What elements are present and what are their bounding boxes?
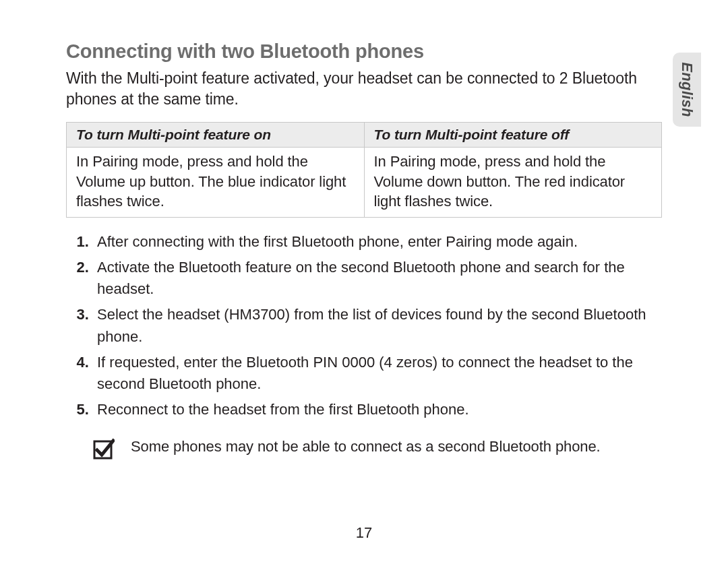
- steps-list: After connecting with the first Bluetoot…: [66, 231, 662, 420]
- step-item: After connecting with the first Bluetoot…: [93, 231, 662, 253]
- note-text: Some phones may not be able to connect a…: [131, 437, 601, 458]
- section-title: Connecting with two Bluetooth phones: [66, 40, 662, 63]
- multipoint-feature-table: To turn Multi-point feature on To turn M…: [66, 122, 662, 218]
- step-item: Select the headset (HM3700) from the lis…: [93, 304, 662, 347]
- page-number: 17: [0, 524, 728, 542]
- language-label: English: [678, 62, 696, 117]
- table-header-row: To turn Multi-point feature on To turn M…: [67, 123, 662, 148]
- manual-page: English Connecting with two Bluetooth ph…: [0, 0, 728, 566]
- checkmark-box-icon: [93, 438, 115, 460]
- table-body-row: In Pairing mode, press and hold the Volu…: [67, 148, 662, 218]
- section-intro: With the Multi-point feature activated, …: [66, 68, 662, 110]
- feature-on-header: To turn Multi-point feature on: [67, 123, 365, 148]
- language-tab: English: [673, 53, 701, 127]
- step-item: Reconnect to the headset from the first …: [93, 399, 662, 420]
- step-item: If requested, enter the Bluetooth PIN 00…: [93, 352, 662, 395]
- feature-on-body: In Pairing mode, press and hold the Volu…: [67, 148, 365, 218]
- note-row: Some phones may not be able to connect a…: [66, 437, 662, 460]
- step-item: Activate the Bluetooth feature on the se…: [93, 257, 662, 300]
- feature-off-body: In Pairing mode, press and hold the Volu…: [364, 148, 662, 218]
- feature-off-header: To turn Multi-point feature off: [364, 123, 662, 148]
